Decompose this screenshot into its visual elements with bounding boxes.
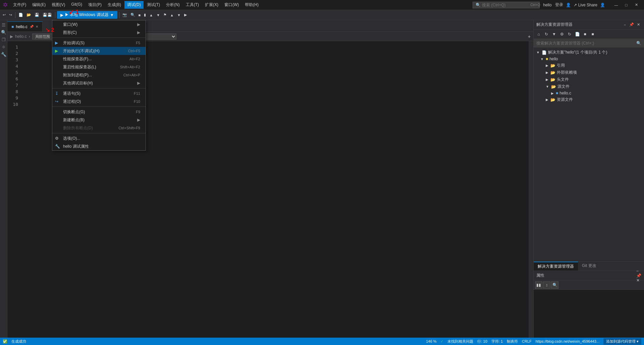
- se-view-btn[interactable]: ■: [581, 30, 589, 38]
- signin-link[interactable]: 登录: [555, 2, 563, 8]
- sidebar-icon-4[interactable]: ⚛: [0, 44, 7, 50]
- menu-tools[interactable]: 工具(T): [183, 1, 202, 9]
- se-home-btn[interactable]: ⌂: [535, 30, 542, 38]
- se-refresh-btn[interactable]: ↻: [543, 30, 550, 38]
- tree-resources[interactable]: ▶ 📂 资源文件: [534, 96, 644, 103]
- right-panel: 解决方案资源管理器 − 📌 ✕ ⌂ ↻ ▼ ⚙ ↻ 📄 ■ ■ 🔍: [533, 20, 644, 338]
- menu-debug[interactable]: 调试(D): [124, 1, 144, 9]
- save-button[interactable]: 💾: [33, 12, 41, 18]
- tree-references[interactable]: ▶ 📂 引用: [534, 62, 644, 69]
- debug-menu-window[interactable]: 窗口(W) ▶: [52, 20, 146, 28]
- tree-sources[interactable]: ▼ 📂 源文件: [534, 83, 644, 90]
- open-file-button[interactable]: 📂: [25, 12, 33, 18]
- debug-start-button[interactable]: ▶ ▶ 本地 Windows 调试器 ▼: [57, 11, 117, 19]
- debug-menu-toggle-bp[interactable]: 切换断点(G) F9: [52, 108, 146, 116]
- debug-menu-debug-props[interactable]: 🔧 hello 调试属性: [52, 142, 146, 150]
- menu-project[interactable]: 项目(P): [86, 1, 104, 9]
- search-box[interactable]: 🔍 Ctrl+Q: [473, 2, 540, 8]
- se-settings-btn[interactable]: ⚙: [558, 30, 566, 38]
- prop-pin-btn[interactable]: 📌: [636, 273, 641, 278]
- menu-help[interactable]: 帮助(H): [242, 1, 261, 9]
- prop-search-btn[interactable]: 🔍: [551, 281, 558, 289]
- debug-menu-step-into[interactable]: ↧ 逐语句(S) F11: [52, 89, 146, 97]
- se-tab-git-changes[interactable]: Git 更改: [578, 262, 600, 271]
- tree-solution[interactable]: ▼ 📄 解决方案"hello"(1 个项目/共 1 个): [534, 49, 644, 56]
- save-all-button[interactable]: 💾💾: [41, 12, 53, 18]
- zoom-btn[interactable]: 🔍: [129, 12, 137, 18]
- start-nodebug-icon: ▶: [55, 49, 58, 53]
- toolbar-btn-8[interactable]: ▼: [155, 12, 161, 18]
- tree-project[interactable]: ▼ ■ hello: [534, 56, 644, 62]
- headers-icon: 📂: [550, 77, 555, 82]
- live-share-button[interactable]: ↗ Live Share: [571, 2, 600, 8]
- bookmark-btn[interactable]: ⚑: [162, 12, 168, 18]
- menu-window[interactable]: 窗口(W): [222, 1, 241, 9]
- undo-button[interactable]: ↩: [1, 12, 7, 18]
- se-collapse-btn[interactable]: −: [622, 22, 628, 28]
- prop-collapse-btn[interactable]: −: [636, 269, 641, 273]
- tree-external-deps[interactable]: ▶ 📂 外部依赖项: [534, 69, 644, 76]
- se-code-btn[interactable]: 📄: [574, 30, 581, 38]
- sidebar-icon-1[interactable]: ☰: [0, 21, 7, 28]
- add-watch-button[interactable]: +: [528, 34, 531, 39]
- status-bar: ✅ 生成成功 146 % ✓ 未找到相关问题 行: 10 字符: 1 制表符 C…: [0, 338, 644, 345]
- debug-menu-graphics[interactable]: 图形(C) ▶: [52, 28, 146, 37]
- tab-close-button[interactable]: ✕: [36, 25, 38, 28]
- menu-edit[interactable]: 编辑(E): [30, 1, 48, 9]
- tab-pin[interactable]: 📌: [30, 25, 34, 28]
- sidebar-icon-5[interactable]: 🔧: [0, 51, 7, 58]
- search-input[interactable]: [482, 3, 529, 7]
- menu-extensions[interactable]: 扩展(X): [202, 1, 221, 9]
- zoom-level[interactable]: 146 %: [426, 339, 436, 343]
- line-num-7: 7: [7, 82, 18, 88]
- se-filter-btn[interactable]: ▼: [550, 30, 558, 38]
- debug-menu-profiler[interactable]: 性能探查器(F)... Alt+F2: [52, 55, 146, 63]
- menu-view[interactable]: 视图(V): [49, 1, 68, 9]
- toolbar-btn-5[interactable]: ■: [137, 12, 142, 18]
- tree-headers[interactable]: ▶ 📂 头文件: [534, 76, 644, 83]
- editor-scrollbar[interactable]: [529, 41, 533, 338]
- editor-tab-hello-c[interactable]: ■ hello.c 📌 ✕: [7, 21, 43, 31]
- se-close-btn[interactable]: ✕: [635, 22, 641, 28]
- add-source-control-btn[interactable]: 添加到源代码管理 ▾: [603, 338, 641, 345]
- tab-icon: ■: [11, 24, 14, 29]
- maximize-button[interactable]: □: [621, 0, 631, 10]
- toolbar-btn-10[interactable]: ▲: [169, 12, 175, 18]
- menu-analyze[interactable]: 分析(N): [163, 1, 182, 9]
- debug-menu-other-targets[interactable]: 其他调试目标(H) ▶: [52, 79, 146, 87]
- minimize-button[interactable]: —: [611, 0, 621, 10]
- new-file-button[interactable]: 📄: [17, 12, 24, 18]
- debug-menu-start-debug[interactable]: ▶ 开始调试(S) F5: [52, 39, 146, 47]
- prop-grid-btn[interactable]: ▮▮: [535, 281, 542, 289]
- toolbar-btn-7[interactable]: ▲: [148, 12, 154, 18]
- toolbar-btn-11[interactable]: ▼: [176, 12, 182, 18]
- sidebar-icon-2[interactable]: 🔍: [0, 29, 7, 36]
- screenshot-btn[interactable]: 📷: [121, 12, 128, 18]
- close-button[interactable]: ✕: [631, 0, 641, 10]
- debug-menu-options[interactable]: ⚙ 选项(O)...: [52, 134, 146, 142]
- debug-menu-step-over[interactable]: ↪ 逐过程(O) F10: [52, 97, 146, 106]
- se-prop-btn[interactable]: ■: [589, 30, 596, 38]
- menu-build[interactable]: 生成(B): [105, 1, 124, 9]
- debug-menu-attach-process[interactable]: 附加到进程(P)... Ctrl+Alt+P: [52, 71, 146, 79]
- sidebar-icon-3[interactable]: ❐: [0, 36, 7, 43]
- menu-file[interactable]: 文件(F): [10, 1, 29, 9]
- redo-button[interactable]: ↪: [8, 12, 13, 18]
- se-search-input[interactable]: [536, 41, 636, 46]
- menu-git[interactable]: Git(G): [68, 1, 85, 9]
- debug-menu-new-bp[interactable]: 新建断点(B) ▶: [52, 116, 146, 124]
- prop-sort-btn[interactable]: ↕: [543, 281, 550, 289]
- toolbar-btn-12[interactable]: ▶: [183, 12, 188, 18]
- toggle-bp-shortcut: F9: [136, 110, 140, 114]
- debug-dropdown-arrow[interactable]: ▼: [110, 13, 114, 17]
- tree-hello-c[interactable]: ▶ ■ hello.c: [534, 90, 644, 96]
- toolbar-btn-6[interactable]: ▮: [143, 12, 147, 18]
- se-tab-solution-explorer[interactable]: 解决方案资源管理器: [534, 262, 578, 271]
- se-pin-btn[interactable]: 📌: [629, 22, 635, 28]
- sidebar-icons: ☰ 🔍 ❐ ⚛ 🔧: [0, 20, 7, 338]
- se-expand-btn[interactable]: ↻: [566, 30, 573, 38]
- debug-menu-start-nodebug[interactable]: ▶ 开始执行(不调试)(H) Ctrl+F5: [52, 47, 146, 55]
- debug-menu-options-label: 选项(O)...: [63, 136, 80, 141]
- menu-test[interactable]: 测试(T): [144, 1, 163, 9]
- debug-menu-restart-profiler[interactable]: 重启性能探查器(L) Shift+Alt+F2: [52, 63, 146, 71]
